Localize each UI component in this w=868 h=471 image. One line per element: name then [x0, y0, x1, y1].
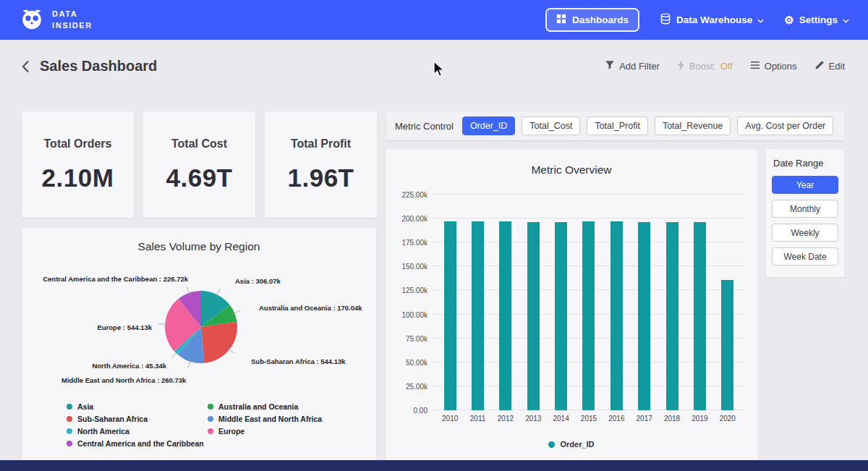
legend-label: Sub-Saharan Africa: [77, 415, 148, 423]
bar-2014[interactable]: [555, 222, 567, 410]
owl-logo-icon: [19, 7, 45, 34]
brand-line2: INSIDER: [52, 20, 93, 31]
pie-label-australia-oceania: Australia and Oceania : 170.04k: [259, 304, 362, 312]
pencil-icon: [814, 60, 825, 72]
bar-xlabels: 2010201120122013201420152016201720182019…: [433, 415, 744, 423]
kpi-card-total-profit: Total Profit 1.96T: [265, 111, 377, 218]
bar-2019[interactable]: [694, 222, 706, 410]
x-axis-tick-label: 2016: [603, 415, 630, 423]
metric-chip-order-id[interactable]: Order_ID: [462, 116, 515, 135]
bar-column: [492, 195, 519, 410]
page-title: Sales Dashboard: [40, 58, 157, 75]
kpi-value: 2.10M: [22, 164, 134, 192]
x-axis-tick-label: 2020: [714, 415, 741, 423]
bar-2013[interactable]: [527, 222, 540, 410]
legend-dot: [208, 428, 213, 434]
bar-2018[interactable]: [666, 222, 678, 410]
y-axis-tick-label: 100.00k: [401, 310, 427, 318]
legend-label: Middle East and North Africa: [218, 415, 322, 423]
bar-2020[interactable]: [721, 280, 733, 410]
options-button[interactable]: Options: [750, 61, 797, 72]
bar-column: [436, 195, 464, 410]
bar-2012[interactable]: [499, 221, 511, 410]
settings-menu[interactable]: ⚙ Settings: [784, 14, 849, 25]
date-range-week-date-button[interactable]: Week Date: [772, 247, 838, 266]
bar-2011[interactable]: [472, 221, 484, 410]
edit-label: Edit: [829, 61, 845, 72]
boost-value: Off: [720, 61, 733, 72]
list-icon: [750, 61, 760, 72]
metric-control-label: Metric Control: [395, 121, 454, 132]
bar-column: [714, 195, 741, 410]
x-axis-tick-label: 2015: [575, 415, 603, 423]
date-range-year-button[interactable]: Year: [772, 176, 838, 194]
bar-2015[interactable]: [582, 221, 595, 410]
legend-dot: [208, 404, 213, 410]
pie-label-central-america-caribbean: Central America and the Caribbean : 226.…: [36, 275, 188, 283]
dashboards-button[interactable]: Dashboards: [545, 8, 639, 32]
metric-chip-total-cost[interactable]: Total_Cost: [522, 116, 580, 135]
pie-legend-item: Sub-Saharan Africa: [67, 415, 208, 423]
pie-legend-item: Central America and the Caribbean: [67, 439, 208, 448]
edit-button[interactable]: Edit: [814, 60, 845, 72]
database-icon: [660, 13, 671, 27]
kpi-label: Total Cost: [143, 137, 255, 150]
date-range-title: Date Range: [773, 158, 838, 169]
pie-legend-item: North America: [67, 427, 208, 436]
data-warehouse-menu[interactable]: Data Warehouse: [660, 13, 764, 27]
pie-label-middle-east-north-africa: Middle East and North Africa : 260.73k: [61, 376, 186, 384]
metric-chip-total-revenue[interactable]: Total_Revenue: [655, 116, 731, 135]
pie-leader-line: [171, 351, 178, 357]
brand: DATA INSIDER: [19, 7, 93, 34]
metric-chip-total-profit[interactable]: Total_Profit: [587, 116, 648, 135]
boost-toggle[interactable]: Boost: Off: [677, 60, 733, 72]
pie-legend-col-1: Australia and OceaniaMiddle East and Nor…: [208, 402, 322, 448]
pie-slice-sub-saharan-africa[interactable]: [201, 322, 237, 363]
y-axis-tick-label: 75.00k: [406, 334, 427, 342]
pie-legend-item: Asia: [67, 402, 208, 411]
main-content: Total Orders 2.10M Total Cost 4.69T Tota…: [0, 75, 868, 471]
legend-dot: [67, 404, 72, 410]
pie-label-europe: Europe : 544.13k: [36, 323, 152, 331]
metric-chip-avg-cost[interactable]: Avg. Cost per Order: [737, 116, 833, 135]
bar-2017[interactable]: [638, 222, 650, 410]
bar-legend-label: Order_ID: [560, 440, 594, 449]
legend-label: Europe: [218, 427, 244, 436]
legend-label: Asia: [77, 402, 93, 411]
pie-label-sub-saharan-africa: Sub-Saharan Africa : 544.13k: [251, 357, 346, 365]
pie-legend-item: Middle East and North Africa: [208, 415, 322, 423]
x-axis-tick-label: 2010: [436, 415, 464, 423]
chevron-down-icon: [843, 14, 849, 25]
bar-column: [658, 195, 686, 410]
kpi-value: 4.69T: [143, 164, 255, 192]
bar-plot: 0.0025.00k50.00k75.00k100.00k125.00k150.…: [433, 195, 744, 410]
chevron-down-icon: [757, 14, 764, 25]
pie-svg: [158, 284, 244, 370]
metric-control-bar: Metric Control Order_ID Total_Cost Total…: [386, 111, 844, 140]
bar-column: [686, 195, 713, 410]
bar-2016[interactable]: [610, 221, 623, 410]
bar-series: [433, 195, 744, 410]
data-warehouse-label: Data Warehouse: [676, 14, 752, 25]
bar-column: [603, 195, 630, 410]
kpi-label: Total Profit: [265, 137, 377, 150]
date-range-weekly-button[interactable]: Weekly: [772, 224, 838, 242]
x-axis-tick-label: 2011: [464, 415, 491, 423]
date-range-monthly-button[interactable]: Monthly: [772, 200, 838, 218]
legend-label: Central America and the Caribbean: [77, 439, 204, 448]
add-filter-button[interactable]: Add Filter: [605, 60, 660, 72]
bar-2010[interactable]: [444, 221, 456, 410]
y-axis-tick-label: 25.00k: [406, 382, 427, 390]
legend-dot: [67, 416, 72, 422]
dashboards-label: Dashboards: [572, 14, 629, 25]
sales-volume-card: Sales Volume by Region Asia : 306.07k Au…: [22, 228, 376, 469]
brand-line1: DATA: [52, 9, 93, 20]
metric-overview-card: Metric Overview 0.0025.00k50.00k75.00k10…: [386, 149, 757, 469]
y-axis-tick-label: 150.00k: [401, 263, 427, 271]
pie-chart-title: Sales Volume by Region: [22, 240, 376, 253]
footer-bar: [0, 460, 868, 471]
x-axis-tick-label: 2014: [547, 415, 574, 423]
legend-label: North America: [77, 427, 129, 436]
bar-column: [575, 195, 603, 410]
back-button[interactable]: [22, 60, 30, 73]
